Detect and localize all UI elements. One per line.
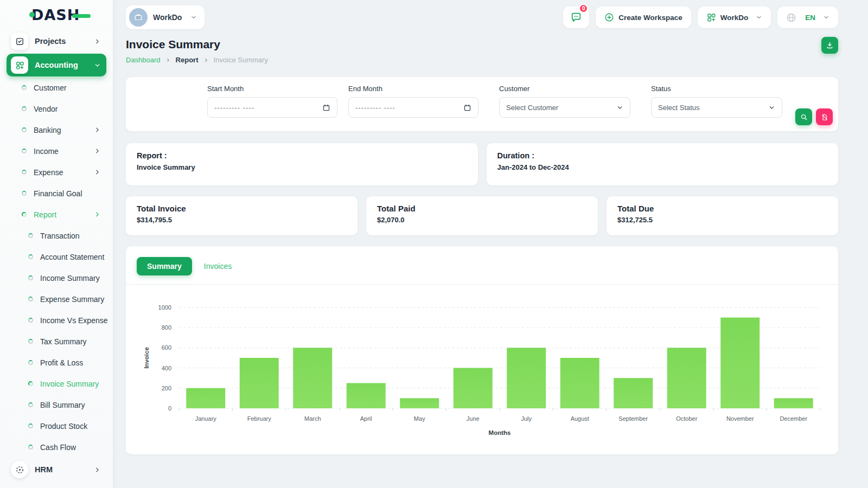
download-icon — [826, 41, 834, 49]
tab-summary[interactable]: Summary — [137, 257, 192, 275]
sidebar-item-customer[interactable]: Customer — [0, 77, 113, 98]
bar-may[interactable] — [400, 398, 439, 408]
sidebar-item-financial-goal[interactable]: Financial Goal — [0, 183, 113, 204]
grid-plus-icon — [706, 12, 716, 22]
sidebar-item-expense[interactable]: Expense — [0, 162, 113, 183]
bullet-icon — [28, 233, 33, 238]
workspace-avatar — [129, 8, 148, 27]
bar-october[interactable] — [667, 348, 706, 408]
end-month-field: End Month --------- ---- — [348, 85, 478, 118]
sidebar-item-product-stock[interactable]: Product Stock — [0, 415, 113, 436]
bar-november[interactable] — [720, 318, 760, 408]
breadcrumb-current: Invoice Summary — [214, 56, 268, 64]
bullet-icon — [28, 423, 33, 428]
chevron-right-icon — [165, 57, 171, 63]
sidebar-item-label: Income — [34, 147, 94, 156]
bar-july[interactable] — [507, 348, 546, 408]
start-month-field: Start Month --------- ---- — [207, 85, 337, 118]
bar-september[interactable] — [614, 378, 653, 408]
chevron-right-icon — [94, 466, 101, 473]
top-header: WorkDo 0 Create Workspace — [126, 0, 838, 31]
apply-filter-button[interactable] — [795, 108, 812, 125]
sidebar-item-report[interactable]: Report — [0, 204, 113, 225]
total-due-label: Total Due — [617, 204, 827, 213]
sidebar-item-label: Tax Summary — [40, 337, 101, 346]
messages-button[interactable]: 0 — [563, 7, 589, 28]
app-logo[interactable]: DASH — [0, 0, 113, 29]
calendar-icon — [322, 104, 330, 112]
chevron-down-icon — [616, 104, 623, 111]
sidebar-item-tax-summary[interactable]: Tax Summary — [0, 331, 113, 352]
bar-february[interactable] — [240, 358, 279, 408]
search-icon — [800, 113, 808, 121]
bullet-icon — [28, 381, 33, 386]
sidebar-item-expense-summary[interactable]: Expense Summary — [0, 288, 113, 310]
report-value: Invoice Summary — [137, 163, 467, 171]
checkbox-icon — [11, 33, 28, 50]
start-month-input[interactable]: --------- ---- — [207, 97, 337, 118]
status-select[interactable]: Select Status — [651, 97, 782, 118]
sidebar-item-income-vs-expense[interactable]: Income Vs Expense — [0, 310, 113, 331]
logo-dot-icon — [29, 12, 35, 17]
bar-march[interactable] — [293, 348, 332, 408]
sidebar-item-label: Transaction — [40, 232, 101, 240]
bar-june[interactable] — [454, 368, 493, 408]
sidebar-item-profit-loss[interactable]: Profit & Loss — [0, 352, 113, 373]
workdo-menu-button[interactable]: WorkDo — [698, 7, 771, 28]
end-month-input[interactable]: --------- ---- — [348, 97, 478, 118]
sidebar-item-income[interactable]: Income — [0, 140, 113, 162]
hrm-icon — [11, 461, 28, 478]
bar-august[interactable] — [560, 358, 599, 408]
chat-icon — [570, 11, 582, 23]
language-selector[interactable]: EN — [777, 7, 838, 28]
sidebar-item-bill-summary[interactable]: Bill Summary — [0, 394, 113, 415]
totals-row: Total Invoice $314,795.5 Total Paid $2,0… — [126, 196, 838, 235]
breadcrumb-report[interactable]: Report — [176, 56, 199, 64]
chevron-down-icon — [768, 104, 775, 111]
bullet-icon — [22, 212, 27, 217]
bullet-icon — [22, 85, 27, 90]
sidebar-item-income-summary[interactable]: Income Summary — [0, 267, 113, 288]
sidebar-item-banking[interactable]: Banking — [0, 119, 113, 140]
sidebar-item-label: Cash Flow — [40, 443, 101, 452]
sidebar-item-transaction[interactable]: Transaction — [0, 225, 113, 246]
bar-april[interactable] — [347, 383, 386, 409]
status-label: Status — [651, 85, 782, 93]
bullet-icon — [22, 149, 27, 153]
chart-tabs: Summary Invoices — [126, 257, 838, 275]
sidebar-item-account-statement[interactable]: Account Statement — [0, 246, 113, 267]
breadcrumb: Dashboard Report Invoice Summary — [126, 56, 838, 64]
chevron-down-icon — [756, 14, 762, 21]
report-card: Report : Invoice Summary — [126, 143, 478, 185]
download-button[interactable] — [821, 37, 838, 54]
bar-december[interactable] — [774, 398, 813, 408]
sidebar-item-label: Expense Summary — [40, 295, 104, 304]
sidebar-item-cash-flow[interactable]: Cash Flow — [0, 436, 113, 458]
workspace-switcher[interactable]: WorkDo — [126, 5, 205, 29]
chevron-down-icon — [823, 14, 829, 21]
bar-january[interactable] — [186, 388, 225, 408]
sidebar: DASH ProjectsAccountingCustomerVendorBan… — [0, 0, 113, 488]
workdo-menu-label: WorkDo — [720, 14, 749, 22]
start-month-label: Start Month — [207, 85, 337, 93]
sidebar-item-projects[interactable]: Projects — [7, 30, 106, 53]
x-tick-label: March — [304, 415, 321, 422]
create-workspace-button[interactable]: Create Workspace — [596, 7, 691, 28]
sidebar-item-hrm[interactable]: HRM — [7, 458, 106, 481]
chevron-right-icon — [94, 169, 101, 176]
customer-select[interactable]: Select Customer — [499, 97, 630, 118]
sidebar-item-label: Bill Summary — [40, 401, 101, 409]
reset-filter-button[interactable] — [816, 108, 833, 125]
sidebar-item-invoice-summary[interactable]: Invoice Summary — [0, 373, 113, 394]
sidebar-item-accounting[interactable]: Accounting — [7, 54, 106, 76]
x-tick-label: February — [247, 415, 272, 422]
total-invoice-value: $314,795.5 — [137, 216, 347, 224]
duration-label: Duration : — [497, 151, 828, 160]
breadcrumb-dashboard[interactable]: Dashboard — [126, 56, 161, 64]
tab-invoices[interactable]: Invoices — [204, 262, 232, 271]
bullet-icon — [28, 254, 33, 259]
sidebar-item-vendor[interactable]: Vendor — [0, 98, 113, 119]
x-tick-label: April — [360, 415, 372, 422]
bullet-icon — [28, 360, 33, 365]
sidebar-item-label: Vendor — [34, 105, 101, 113]
